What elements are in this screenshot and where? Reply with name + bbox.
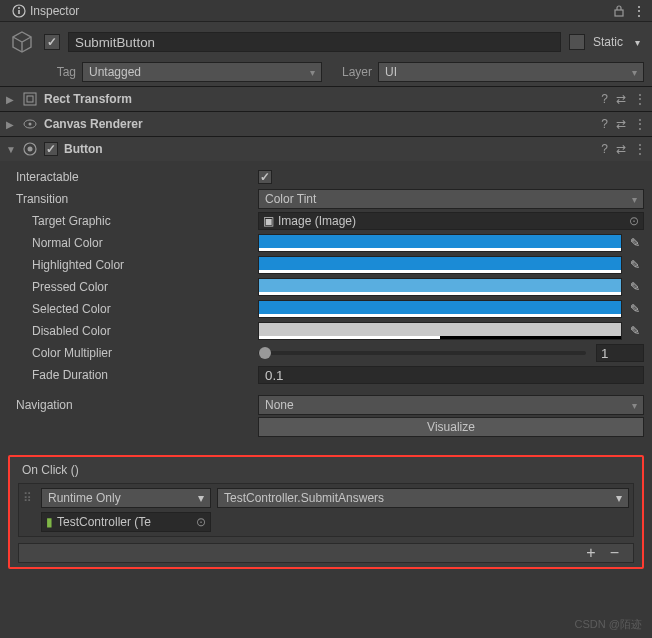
- image-type-icon: ▣: [263, 214, 274, 228]
- svg-rect-2: [18, 10, 20, 14]
- help-icon[interactable]: ?: [601, 117, 608, 131]
- tab-title: Inspector: [30, 4, 79, 18]
- color-multiplier-slider[interactable]: [258, 351, 586, 355]
- gameobject-icon[interactable]: [8, 28, 36, 56]
- gameobject-name-input[interactable]: [68, 32, 561, 52]
- tag-label: Tag: [44, 65, 76, 79]
- highlighted-color-field[interactable]: [258, 256, 622, 274]
- help-icon[interactable]: ?: [601, 142, 608, 156]
- target-graphic-label: Target Graphic: [8, 214, 258, 228]
- svg-rect-3: [615, 10, 623, 16]
- add-event-button[interactable]: +: [580, 544, 601, 562]
- lock-icon[interactable]: [612, 4, 626, 18]
- color-multiplier-label: Color Multiplier: [8, 346, 258, 360]
- kebab-icon[interactable]: ⋮: [632, 3, 646, 19]
- remove-event-button[interactable]: −: [604, 544, 625, 562]
- info-icon: [12, 4, 26, 18]
- static-dropdown-arrow[interactable]: ▾: [631, 37, 644, 48]
- layer-label: Layer: [328, 65, 372, 79]
- interactable-checkbox[interactable]: [258, 170, 272, 184]
- transition-dropdown[interactable]: Color Tint▾: [258, 189, 644, 209]
- preset-icon[interactable]: ⇄: [616, 92, 626, 106]
- navigation-dropdown[interactable]: None▾: [258, 395, 644, 415]
- svg-rect-4: [24, 93, 36, 105]
- help-icon[interactable]: ?: [601, 92, 608, 106]
- rect-transform-foldout[interactable]: ▶: [6, 94, 16, 105]
- canvas-renderer-foldout[interactable]: ▶: [6, 119, 16, 130]
- target-graphic-field[interactable]: ▣ Image (Image) ⊙: [258, 212, 644, 230]
- rect-transform-title: Rect Transform: [44, 92, 595, 106]
- fade-duration-input[interactable]: [258, 366, 644, 384]
- eyedropper-icon[interactable]: ✎: [626, 278, 644, 296]
- highlighted-color-label: Highlighted Color: [8, 258, 258, 272]
- pressed-color-label: Pressed Color: [8, 280, 258, 294]
- onclick-event-box: On Click () ⠿ Runtime Only▾ TestControll…: [8, 455, 644, 569]
- gameobject-enabled-checkbox[interactable]: [44, 34, 60, 50]
- eyedropper-icon[interactable]: ✎: [626, 322, 644, 340]
- button-foldout[interactable]: ▼: [6, 144, 16, 155]
- disabled-color-label: Disabled Color: [8, 324, 258, 338]
- svg-rect-5: [27, 96, 33, 102]
- watermark: CSDN @陌迹: [575, 617, 642, 632]
- navigation-label: Navigation: [8, 398, 258, 412]
- static-checkbox[interactable]: [569, 34, 585, 50]
- normal-color-label: Normal Color: [8, 236, 258, 250]
- kebab-icon[interactable]: ⋮: [634, 142, 646, 156]
- preset-icon[interactable]: ⇄: [616, 142, 626, 156]
- disabled-color-field[interactable]: [258, 322, 622, 340]
- static-label: Static: [593, 35, 623, 49]
- object-picker-icon[interactable]: ⊙: [196, 515, 206, 529]
- pressed-color-field[interactable]: [258, 278, 622, 296]
- button-title: Button: [64, 142, 595, 156]
- runtime-dropdown[interactable]: Runtime Only▾: [41, 488, 211, 508]
- kebab-icon[interactable]: ⋮: [634, 92, 646, 106]
- normal-color-field[interactable]: [258, 234, 622, 252]
- interactable-label: Interactable: [8, 170, 258, 184]
- script-type-icon: ▮: [46, 515, 53, 529]
- function-dropdown[interactable]: TestController.SubmitAnswers▾: [217, 488, 629, 508]
- rect-transform-icon: [22, 91, 38, 107]
- kebab-icon[interactable]: ⋮: [634, 117, 646, 131]
- onclick-title: On Click (): [18, 463, 634, 477]
- svg-point-7: [29, 123, 32, 126]
- drag-handle-icon[interactable]: ⠿: [23, 491, 35, 505]
- layer-dropdown[interactable]: UI▾: [378, 62, 644, 82]
- eyedropper-icon[interactable]: ✎: [626, 234, 644, 252]
- inspector-tab[interactable]: Inspector: [6, 2, 85, 20]
- eyedropper-icon[interactable]: ✎: [626, 256, 644, 274]
- svg-point-1: [18, 7, 20, 9]
- eyedropper-icon[interactable]: ✎: [626, 300, 644, 318]
- transition-label: Transition: [8, 192, 258, 206]
- tag-dropdown[interactable]: Untagged▾: [82, 62, 322, 82]
- canvas-renderer-title: Canvas Renderer: [44, 117, 595, 131]
- event-target-field[interactable]: ▮ TestController (Te ⊙: [41, 512, 211, 532]
- color-multiplier-input[interactable]: [596, 344, 644, 362]
- fade-duration-label: Fade Duration: [8, 368, 258, 382]
- svg-point-9: [28, 147, 33, 152]
- selected-color-label: Selected Color: [8, 302, 258, 316]
- object-picker-icon[interactable]: ⊙: [629, 214, 639, 228]
- visualize-button[interactable]: Visualize: [258, 417, 644, 437]
- selected-color-field[interactable]: [258, 300, 622, 318]
- button-enabled-checkbox[interactable]: [44, 142, 58, 156]
- canvas-renderer-icon: [22, 116, 38, 132]
- button-icon: [22, 141, 38, 157]
- preset-icon[interactable]: ⇄: [616, 117, 626, 131]
